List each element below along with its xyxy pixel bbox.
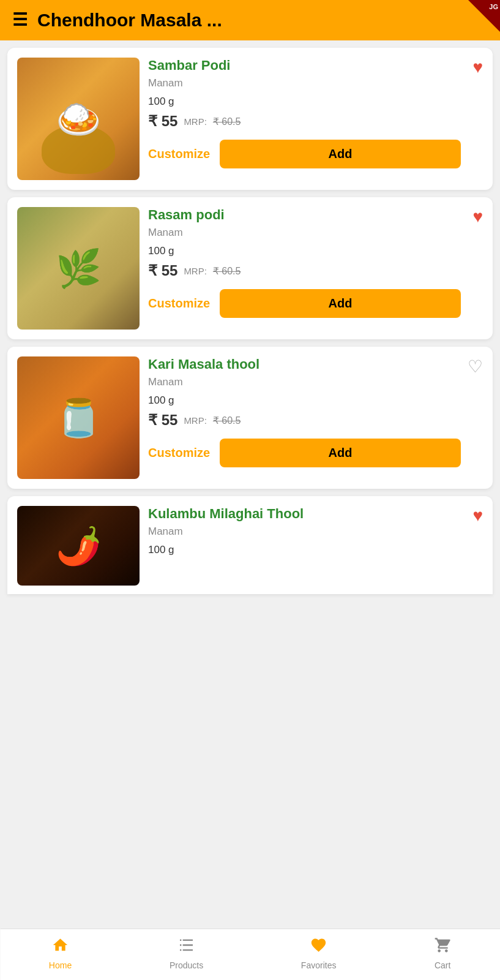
product-weight-sambar-podi: 100 g — [148, 96, 461, 108]
product-price-row-sambar-podi: ₹ 55 MRP: ₹ 60.5 — [148, 113, 461, 130]
product-name-kulambu: Kulambu Milaghai Thool — [148, 506, 461, 522]
product-image-kari-masala — [17, 356, 140, 479]
product-card-rasam-podi: Rasam podi Manam 100 g ₹ 55 MRP: ₹ 60.5 … — [7, 197, 493, 339]
product-mrp-label-kari-masala: MRP: — [184, 415, 207, 426]
product-info-sambar-podi: Sambar Podi Manam 100 g ₹ 55 MRP: ₹ 60.5… — [148, 58, 483, 180]
product-price-row-kari-masala: ₹ 55 MRP: ₹ 60.5 — [148, 412, 461, 429]
product-brand-rasam-podi: Manam — [148, 227, 461, 239]
product-mrp-label-sambar-podi: MRP: — [184, 116, 207, 127]
nav-item-home[interactable]: Home — [49, 937, 72, 970]
product-info-kulambu: Kulambu Milaghai Thool Manam 100 g — [148, 506, 483, 584]
header-badge: JG — [489, 3, 498, 10]
product-name-kari-masala: Kari Masala thool — [148, 356, 461, 372]
favorite-icon-kari-masala[interactable]: ♡ — [468, 356, 483, 377]
product-list: Sambar Podi Manam 100 g ₹ 55 MRP: ₹ 60.5… — [0, 40, 500, 601]
product-info-rasam-podi: Rasam podi Manam 100 g ₹ 55 MRP: ₹ 60.5 … — [148, 207, 483, 330]
product-mrp-rasam-podi: ₹ 60.5 — [213, 265, 241, 277]
customize-button-sambar-podi[interactable]: Customize — [148, 147, 210, 161]
app-header: ☰ Chendhoor Masala ... JG — [0, 0, 500, 40]
product-mrp-label-rasam-podi: MRP: — [184, 266, 207, 276]
products-icon — [178, 937, 195, 958]
product-weight-rasam-podi: 100 g — [148, 245, 461, 257]
nav-label-products: Products — [170, 960, 203, 970]
cart-icon — [434, 937, 451, 958]
favorite-icon-kulambu[interactable]: ♥ — [472, 506, 483, 526]
product-price-rasam-podi: ₹ 55 — [148, 262, 177, 279]
favorites-icon — [310, 937, 327, 958]
product-name-sambar-podi: Sambar Podi — [148, 58, 461, 74]
menu-icon[interactable]: ☰ — [12, 12, 28, 29]
product-mrp-kari-masala: ₹ 60.5 — [213, 415, 241, 426]
product-actions-sambar-podi: Customize Add — [148, 140, 461, 168]
nav-label-favorites: Favorites — [301, 960, 337, 970]
product-image-rasam-podi — [17, 207, 140, 330]
nav-item-products[interactable]: Products — [170, 937, 203, 970]
product-actions-rasam-podi: Customize Add — [148, 289, 461, 318]
product-card-kulambu: Kulambu Milaghai Thool Manam 100 g ♥ — [7, 496, 493, 594]
header-title: Chendhoor Masala ... — [37, 10, 488, 31]
bottom-nav: Home Products Favorites Cart — [0, 929, 500, 980]
customize-button-rasam-podi[interactable]: Customize — [148, 296, 210, 311]
product-weight-kulambu: 100 g — [148, 544, 461, 556]
product-weight-kari-masala: 100 g — [148, 394, 461, 407]
nav-item-favorites[interactable]: Favorites — [301, 937, 337, 970]
product-name-rasam-podi: Rasam podi — [148, 207, 461, 223]
product-actions-kari-masala: Customize Add — [148, 439, 461, 467]
product-mrp-sambar-podi: ₹ 60.5 — [213, 116, 241, 127]
nav-label-home: Home — [49, 960, 72, 970]
add-button-kari-masala[interactable]: Add — [220, 439, 461, 467]
add-button-rasam-podi[interactable]: Add — [220, 289, 461, 318]
product-price-sambar-podi: ₹ 55 — [148, 113, 177, 130]
customize-button-kari-masala[interactable]: Customize — [148, 446, 210, 460]
product-brand-kulambu: Manam — [148, 526, 461, 538]
favorite-icon-sambar-podi[interactable]: ♥ — [472, 58, 483, 77]
product-price-row-rasam-podi: ₹ 55 MRP: ₹ 60.5 — [148, 262, 461, 279]
product-image-kulambu — [17, 506, 140, 586]
product-card-kari-masala: Kari Masala thool Manam 100 g ₹ 55 MRP: … — [7, 347, 493, 489]
nav-item-cart[interactable]: Cart — [434, 937, 451, 970]
product-brand-kari-masala: Manam — [148, 376, 461, 388]
nav-label-cart: Cart — [435, 960, 450, 970]
product-image-sambar-podi — [17, 58, 140, 180]
product-price-kari-masala: ₹ 55 — [148, 412, 177, 429]
product-info-kari-masala: Kari Masala thool Manam 100 g ₹ 55 MRP: … — [148, 356, 483, 479]
product-brand-sambar-podi: Manam — [148, 77, 461, 89]
product-card-sambar-podi: Sambar Podi Manam 100 g ₹ 55 MRP: ₹ 60.5… — [7, 48, 493, 190]
home-icon — [52, 937, 69, 958]
add-button-sambar-podi[interactable]: Add — [220, 140, 461, 168]
favorite-icon-rasam-podi[interactable]: ♥ — [472, 207, 483, 227]
